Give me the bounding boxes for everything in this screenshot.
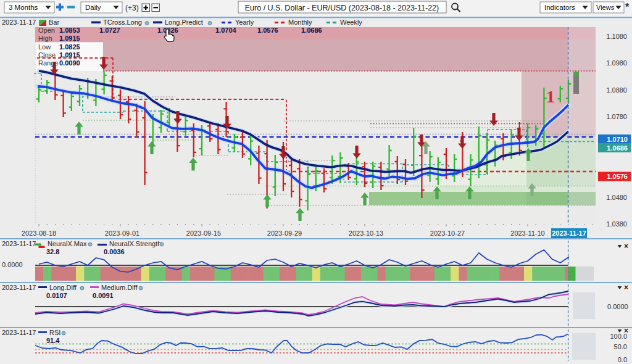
svg-text:50.0: 50.0 [614,343,627,350]
svg-text:91.4: 91.4 [46,337,60,344]
svg-text:1.0915: 1.0915 [59,35,80,42]
svg-text:Yearly: Yearly [235,19,254,26]
svg-text:1.1080: 1.1080 [606,33,627,40]
svg-text:2023-11-10: 2023-11-10 [510,230,544,237]
svg-text:2023-11-17: 2023-11-17 [2,329,36,336]
svg-text:Daily: Daily [85,4,101,11]
svg-text:TCross.Long: TCross.Long [103,19,142,26]
svg-text:2023-11-17: 2023-11-17 [2,284,36,291]
svg-text:0.0107: 0.0107 [46,292,67,299]
svg-text:1: 1 [546,87,555,106]
svg-text:2023-10-27: 2023-10-27 [430,230,465,237]
svg-text:2023-09-01: 2023-09-01 [105,230,139,237]
svg-text:Bar: Bar [49,19,59,26]
svg-text:Long.Predict: Long.Predict [165,19,203,26]
svg-text:×: × [624,242,628,250]
svg-text:2023-11-17: 2023-11-17 [2,19,36,26]
svg-text:1.0853: 1.0853 [59,27,80,34]
svg-text:2023-11-17: 2023-11-17 [552,230,586,237]
svg-text:Range: Range [38,59,58,67]
svg-text:1.0686: 1.0686 [301,27,322,34]
svg-text:2023-10-13: 2023-10-13 [349,230,383,237]
svg-text:0.0090: 0.0090 [59,59,80,67]
svg-text:1.0576: 1.0576 [257,27,278,34]
svg-text:32.8: 32.8 [46,248,59,255]
svg-text:0.0000: 0.0000 [2,261,23,268]
svg-text:Low: Low [38,43,51,51]
svg-text:1.0980: 1.0980 [606,59,627,67]
svg-text:NeuralX.Strength: NeuralX.Strength [109,240,161,247]
svg-text:(+3): (+3) [125,4,139,12]
svg-text:1.0704: 1.0704 [215,27,237,34]
svg-text:1.0480: 1.0480 [606,194,627,201]
svg-text:1.0880: 1.0880 [606,86,627,94]
svg-text:Long.Diff: Long.Diff [49,284,77,291]
svg-text:Euro / U.S. Dollar - EUR/USD (: Euro / U.S. Dollar - EUR/USD (2023-08-18… [245,4,439,12]
svg-text:100.0: 100.0 [610,333,627,340]
svg-text:Indicators: Indicators [544,4,575,11]
svg-text:×: × [624,283,628,292]
svg-text:0.0000: 0.0000 [607,303,628,310]
svg-text:1.0727: 1.0727 [99,27,120,34]
svg-text:NeuralX.Max: NeuralX.Max [48,240,87,247]
svg-text:RSI: RSI [49,329,60,336]
svg-text:2023-08-18: 2023-08-18 [22,230,56,237]
svg-text:Close: Close [38,51,56,59]
svg-text:*: * [625,2,630,12]
svg-text:Open: Open [38,27,55,34]
svg-text:0.0: 0.0 [618,356,627,363]
svg-text:1.0710: 1.0710 [607,136,628,143]
svg-text:0.0036: 0.0036 [104,248,125,255]
svg-text:1.0780: 1.0780 [606,113,627,120]
svg-text:1.0825: 1.0825 [59,43,80,51]
svg-text:2023-09-15: 2023-09-15 [186,230,221,237]
svg-text:Weekly: Weekly [340,19,362,26]
svg-text:High: High [38,35,52,42]
svg-text:Monthly: Monthly [288,19,312,26]
svg-text:1.0686: 1.0686 [607,144,628,152]
svg-text:Views: Views [596,4,615,11]
svg-text:1.0576: 1.0576 [607,173,628,180]
svg-text:1.0380: 1.0380 [606,220,627,228]
svg-text:0.0091: 0.0091 [93,292,114,299]
svg-text:2023-09-29: 2023-09-29 [267,230,302,237]
svg-text:1.0915: 1.0915 [59,51,80,59]
svg-text:3 Months: 3 Months [9,4,38,11]
svg-text:Medium.Diff: Medium.Diff [101,284,138,291]
svg-text:2023-11-17: 2023-11-17 [2,240,36,247]
